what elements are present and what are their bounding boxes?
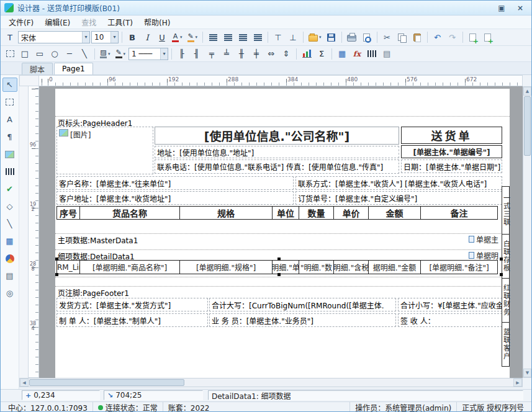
rounded-rectangle-button[interactable]: ▭ [33, 47, 47, 61]
ship-method-field[interactable]: 发货方式：[单据主体."发货方式"] [56, 298, 208, 311]
menu-tools[interactable]: 工具(T) [102, 16, 138, 29]
font-name-select[interactable]: 宋体▾ [18, 31, 90, 43]
band-label-page-footer[interactable]: 页注脚:PageFooter1 [58, 287, 129, 298]
signer-field[interactable]: 签 收 人： [398, 313, 502, 327]
dropdown-arrow-icon[interactable]: ▾ [160, 48, 168, 60]
phone-fax-field[interactable]: 联系电话：[使用单位信息."联系电话"] 传真：[使用单位信息."传真"] [155, 159, 399, 174]
align-right-edges-button[interactable]: ╢ [190, 47, 204, 61]
detail-field-cell[interactable]: [单据明细."商品名称"] [79, 260, 180, 274]
bold-button[interactable]: B [125, 30, 139, 44]
selection-handle[interactable] [277, 273, 281, 276]
salesman-field[interactable]: 业 务 员：[单据主体."业务员"] [209, 313, 396, 327]
cut-button[interactable]: ✂ [381, 30, 394, 44]
menu-help[interactable]: 帮助(H) [138, 16, 176, 29]
table-header-cell[interactable]: 数量 [299, 206, 334, 220]
align-bottom-edges-button[interactable]: ╧ [220, 47, 233, 61]
detail-field-cell[interactable]: [单据明细."规格"] [179, 260, 273, 274]
document-title-field[interactable]: 送货单 [401, 127, 502, 144]
scroll-up-icon[interactable]: ▲ [523, 87, 531, 96]
redo-button[interactable]: ↷ [446, 30, 459, 44]
total-amount-field[interactable]: 合计小写：¥[单据主体."应收金额"] [398, 298, 502, 311]
scroll-down-icon[interactable]: ▼ [523, 369, 531, 377]
paste-button[interactable] [410, 30, 424, 44]
grid-button[interactable]: ▦ [335, 47, 349, 61]
font-size-select[interactable]: 10▾ [91, 31, 119, 43]
selection-handle[interactable] [55, 273, 58, 276]
horizontal-scroll-thumb[interactable] [29, 379, 184, 386]
open-button[interactable]: ▾ [307, 30, 323, 44]
scroll-right-icon[interactable]: ▶ [513, 378, 522, 387]
font-color-button[interactable]: A▾ [170, 30, 184, 44]
undo-button[interactable]: ↶ [431, 30, 444, 44]
copy-strip-label[interactable]: 蓝联客户 [502, 322, 510, 367]
table-header-cell[interactable]: 单位 [272, 206, 299, 220]
valign-bottom-button[interactable]: ⊥ [286, 30, 300, 44]
restore-window-button[interactable]: ▣ [494, 2, 509, 13]
tab-page1[interactable]: Page1 [54, 63, 93, 74]
checkbox-tool[interactable]: ✔ [2, 182, 17, 196]
align-right-button[interactable] [236, 30, 250, 44]
chart-button[interactable] [300, 47, 313, 61]
selection-handle[interactable] [500, 258, 503, 261]
scroll-track[interactable] [523, 156, 531, 369]
center-vertically-button[interactable]: ╪ [250, 47, 263, 61]
valign-top-button[interactable]: ⊤ [271, 30, 285, 44]
document-number-field[interactable]: [单据主体."单据编号"] [401, 145, 502, 158]
align-center-button[interactable] [221, 30, 235, 44]
document-date-field[interactable]: 日期：[单据主体."单据日期"] [401, 159, 502, 173]
scroll-track[interactable] [185, 378, 513, 387]
detail-field-cell[interactable]: 据明细."金额 [368, 260, 421, 274]
preview-button[interactable] [360, 30, 374, 44]
customer-name-field[interactable]: 客户名称：[单据主体."往来单位"] [56, 176, 294, 190]
subreport-tool[interactable]: ▤ [2, 269, 17, 283]
detail-field-cell[interactable]: 明细."含税 [333, 260, 369, 274]
barcode-button[interactable] [365, 47, 379, 61]
rectangle-button[interactable]: □ [18, 47, 32, 61]
pointer-tool[interactable]: ↖ [2, 78, 17, 92]
line-width-select[interactable]: 1 ───▾ [128, 48, 168, 60]
dropdown-arrow-icon[interactable]: ▾ [110, 32, 118, 43]
watermark-button[interactable]: ▤ [380, 47, 394, 61]
print-button[interactable] [345, 30, 359, 44]
customer-address-field[interactable]: 客户地址：[单据主体."收货地址"] [56, 191, 294, 205]
align-justify-button[interactable] [251, 30, 264, 44]
select-region-tool[interactable] [2, 95, 17, 109]
detail-field-cell[interactable]: "明细."数 [299, 260, 334, 274]
function-button[interactable]: fx [350, 47, 364, 61]
align-top-edges-button[interactable]: ╤ [205, 47, 219, 61]
total-in-words-field[interactable]: 合计大写：[CurrToBigNum([RMRound([单据主体. [209, 298, 396, 311]
static-box-button[interactable] [3, 47, 17, 61]
table-header-cell[interactable]: 货品名称 [79, 206, 180, 220]
underline-button[interactable]: U [155, 30, 169, 44]
close-window-button[interactable]: × [513, 2, 528, 13]
copy-strip-label[interactable]: 白联存根 [502, 234, 510, 279]
zoom-tool[interactable]: ◎ [2, 286, 17, 300]
align-left-edges-button[interactable]: ╟ [175, 47, 189, 61]
diagonal-line-button[interactable]: ╲ [78, 47, 91, 61]
picture-tool[interactable] [2, 147, 17, 161]
line-color-button[interactable]: ✎▾ [114, 47, 128, 61]
detail-field-cell[interactable]: [单据明细."备注"] [420, 260, 498, 274]
dropdown-arrow-icon[interactable]: ▾ [124, 52, 126, 56]
shape-tool[interactable]: ◇ [2, 199, 17, 213]
tab-script[interactable]: 脚本 [22, 63, 53, 74]
band-label-master-data[interactable]: 主项数据:MasterData1 [58, 235, 138, 245]
copy-strip-label[interactable]: 红联财务 [502, 278, 510, 323]
dropdown-arrow-icon[interactable]: ▾ [108, 52, 110, 56]
image-placeholder-box[interactable]: [图片] [56, 127, 153, 174]
table-tool[interactable]: ▦ [2, 234, 17, 248]
horizontal-line-button[interactable]: ─ [63, 47, 76, 61]
order-number-field[interactable]: 订货单号：[单据主体."自定义编号"] [295, 191, 502, 205]
insert-report-button[interactable] [481, 30, 495, 44]
label-tool[interactable]: A [2, 112, 17, 127]
copy-button[interactable] [395, 30, 409, 44]
company-address-field[interactable]: 地址：[使用单位信息."地址"] [155, 146, 399, 158]
scroll-left-icon[interactable]: ◀ [20, 378, 29, 387]
detail-data-link[interactable]: 单据明 [469, 250, 501, 261]
highlight-color-button[interactable]: ✎▾ [186, 30, 200, 44]
menu-edit[interactable]: 编辑(E) [39, 16, 76, 29]
table-header-cell[interactable]: 单价 [333, 206, 369, 220]
table-header-cell[interactable]: 金额 [368, 206, 421, 220]
selection-handle[interactable] [500, 273, 503, 276]
copy-strip-label[interactable]: 一式三联 [502, 186, 510, 235]
